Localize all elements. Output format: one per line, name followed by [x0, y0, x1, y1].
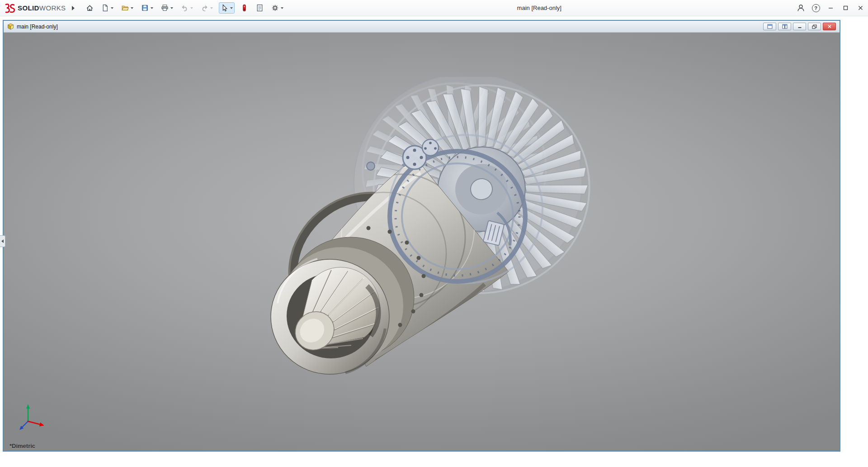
- solidworks-logo: SOLIDWORKS: [0, 3, 70, 13]
- options-button[interactable]: [269, 2, 285, 14]
- brand-bold: SOLID: [18, 4, 39, 12]
- maximize-icon: [843, 5, 849, 11]
- options-gear-icon: [271, 4, 279, 12]
- home-button[interactable]: [84, 2, 95, 14]
- document-title: main [Read-only]: [17, 24, 58, 30]
- solidworks-logo-icon: [5, 3, 15, 13]
- print-button[interactable]: [159, 2, 175, 14]
- tile-window-button[interactable]: [778, 23, 791, 30]
- undo-icon: [181, 4, 189, 12]
- minimize-button[interactable]: [823, 0, 838, 16]
- view-orientation-label: *Dimetric: [9, 443, 35, 449]
- file-properties-icon: [256, 4, 264, 12]
- collapse-arrow-icon: [1, 239, 4, 243]
- user-account-icon: [797, 4, 805, 12]
- document-window-controls: [763, 23, 836, 30]
- print-dropdown[interactable]: [170, 7, 173, 9]
- close-icon: [858, 5, 863, 11]
- redo-button[interactable]: [199, 2, 215, 14]
- print-icon: [161, 4, 169, 12]
- doc-close-button[interactable]: [823, 23, 836, 30]
- doc-minimize-icon: [797, 24, 802, 29]
- user-account-button[interactable]: [793, 0, 808, 16]
- select-dropdown[interactable]: [230, 7, 233, 9]
- new-window-icon: [767, 24, 773, 29]
- maximize-button[interactable]: [838, 0, 853, 16]
- featuremanager-flyout-tab[interactable]: [0, 235, 5, 247]
- reference-triad: [14, 401, 46, 433]
- help-icon: ?: [812, 4, 820, 12]
- doc-restore-button[interactable]: [808, 23, 821, 30]
- new-window-button[interactable]: [763, 23, 776, 30]
- save-icon: [141, 4, 149, 12]
- open-dropdown[interactable]: [131, 7, 133, 9]
- new-document-button[interactable]: [99, 2, 115, 14]
- open-icon: [121, 4, 129, 12]
- rebuild-button[interactable]: [239, 2, 250, 14]
- select-cursor-icon: [221, 4, 228, 12]
- undo-button[interactable]: [179, 2, 195, 14]
- undo-dropdown[interactable]: [190, 7, 193, 9]
- model-jet-engine[interactable]: [262, 77, 606, 394]
- brand-light: WORKS: [39, 4, 66, 12]
- tile-window-icon: [782, 24, 788, 29]
- standard-toolbar: [84, 2, 285, 14]
- options-dropdown[interactable]: [281, 7, 283, 9]
- redo-icon: [201, 4, 208, 12]
- file-properties-button[interactable]: [254, 2, 265, 14]
- save-button[interactable]: [139, 2, 155, 14]
- rebuild-traffic-light-icon: [241, 4, 248, 12]
- doc-close-icon: [827, 24, 832, 29]
- help-button[interactable]: ?: [808, 0, 823, 16]
- doc-restore-icon: [812, 24, 817, 29]
- assembly-cube-icon: [7, 23, 14, 30]
- doc-minimize-button[interactable]: [793, 23, 806, 30]
- close-button[interactable]: [853, 0, 868, 16]
- save-dropdown[interactable]: [151, 7, 153, 9]
- document-window: main [Read-only]: [3, 20, 840, 452]
- new-document-dropdown[interactable]: [111, 7, 113, 9]
- new-document-icon: [101, 4, 109, 12]
- open-button[interactable]: [119, 2, 135, 14]
- toolbar-flyout-button[interactable]: [70, 3, 77, 14]
- flyout-arrow-icon: [72, 6, 75, 10]
- home-icon: [86, 4, 94, 12]
- app-titlebar: SOLIDWORKS: [0, 0, 868, 16]
- select-button[interactable]: [219, 2, 235, 14]
- window-title: main [Read-only]: [285, 5, 793, 11]
- solidworks-wordmark: SOLIDWORKS: [18, 4, 66, 12]
- graphics-viewport[interactable]: *Dimetric: [4, 33, 840, 451]
- redo-dropdown[interactable]: [210, 7, 213, 9]
- window-controls: ?: [793, 0, 868, 16]
- help-glyph: ?: [814, 5, 817, 11]
- minimize-icon: [828, 5, 834, 11]
- document-titlebar[interactable]: main [Read-only]: [4, 21, 840, 33]
